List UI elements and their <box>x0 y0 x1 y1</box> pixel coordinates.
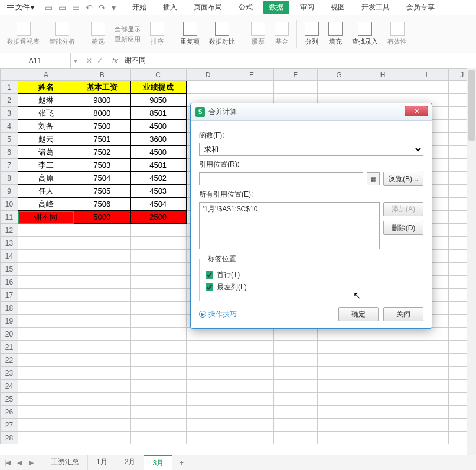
show-all[interactable]: 全部显示 <box>115 25 141 34</box>
file-menu[interactable]: 文件 ▾ <box>2 1 39 14</box>
cell[interactable] <box>74 328 130 341</box>
cell[interactable] <box>273 354 317 367</box>
cell[interactable] <box>130 289 186 302</box>
cell[interactable] <box>273 328 317 341</box>
cell[interactable] <box>18 250 74 263</box>
scroll-thumb[interactable] <box>468 70 475 141</box>
cell[interactable] <box>74 393 130 406</box>
cell[interactable] <box>405 328 448 341</box>
col-head-I[interactable]: I <box>405 69 448 81</box>
cell[interactable]: 张飞 <box>18 107 74 120</box>
cell[interactable] <box>361 354 405 367</box>
row-head[interactable]: 20 <box>1 328 18 341</box>
cell[interactable] <box>74 432 130 445</box>
add-button[interactable]: 添加(A) <box>383 202 423 216</box>
sheet-tab-2月[interactable]: 2月 <box>116 455 145 470</box>
cell[interactable]: 高原 <box>18 172 74 185</box>
cell[interactable]: 9800 <box>74 94 130 107</box>
save-icon[interactable]: ▭ <box>45 3 53 12</box>
cell[interactable] <box>186 354 230 367</box>
cell[interactable] <box>405 432 448 445</box>
cell[interactable] <box>317 81 361 94</box>
ribbon-dup[interactable]: 重复项 <box>177 22 203 46</box>
cell[interactable] <box>130 341 186 354</box>
cell[interactable]: 7502 <box>74 146 130 159</box>
row-head[interactable]: 26 <box>1 406 18 419</box>
cell[interactable] <box>18 289 74 302</box>
tab-会员专享[interactable]: 会员专享 <box>400 1 441 14</box>
cell[interactable] <box>317 354 361 367</box>
formula-content[interactable]: 谢不同 <box>121 56 149 66</box>
cell[interactable]: 任人 <box>18 185 74 198</box>
cell[interactable] <box>405 406 448 419</box>
cell[interactable] <box>130 406 186 419</box>
cell[interactable] <box>186 432 230 445</box>
col-head-H[interactable]: H <box>361 69 405 81</box>
cell[interactable] <box>18 380 74 393</box>
cell[interactable] <box>361 341 405 354</box>
cell[interactable] <box>186 341 230 354</box>
row-head[interactable]: 10 <box>1 198 18 211</box>
cell[interactable] <box>273 419 317 432</box>
cell[interactable] <box>130 224 186 237</box>
row-head[interactable]: 25 <box>1 393 18 406</box>
cell[interactable] <box>317 419 361 432</box>
cell[interactable] <box>230 341 273 354</box>
cell[interactable] <box>130 328 186 341</box>
cell[interactable] <box>18 354 74 367</box>
row-head[interactable]: 24 <box>1 380 18 393</box>
col-head-C[interactable]: C <box>130 69 186 81</box>
reapply[interactable]: 重新应用 <box>115 35 141 44</box>
ribbon-stock[interactable]: 股票 <box>247 22 269 46</box>
tab-开发工具[interactable]: 开发工具 <box>356 1 396 14</box>
cell[interactable]: 7505 <box>74 185 130 198</box>
cell[interactable]: 9850 <box>130 94 186 107</box>
add-sheet-button[interactable]: + <box>174 456 190 469</box>
cell[interactable] <box>230 81 273 94</box>
cell[interactable] <box>18 302 74 315</box>
cell[interactable] <box>361 432 405 445</box>
cell[interactable]: 谢不同 <box>18 211 74 224</box>
sheet-tab-1月[interactable]: 1月 <box>88 455 116 470</box>
cell[interactable] <box>361 81 405 94</box>
accept-icon[interactable]: ✓ <box>97 57 103 65</box>
cell[interactable] <box>186 380 230 393</box>
row-head[interactable]: 14 <box>1 250 18 263</box>
cell[interactable] <box>74 419 130 432</box>
cell[interactable] <box>18 419 74 432</box>
cell[interactable] <box>230 393 273 406</box>
reference-item[interactable]: '1月'!$A$1:$C$10 <box>203 204 376 214</box>
sheet-tab-工资汇总[interactable]: 工资汇总 <box>43 455 88 470</box>
cell[interactable] <box>130 419 186 432</box>
browse-button[interactable]: 浏览(B)... <box>383 172 423 186</box>
cell[interactable] <box>361 393 405 406</box>
ribbon-sort[interactable]: 排序 <box>146 22 168 46</box>
sheet-nav-prev[interactable]: ◀ <box>14 458 25 468</box>
ribbon-filter[interactable]: 筛选 <box>87 22 109 46</box>
row-head[interactable]: 1 <box>1 81 18 94</box>
row-head[interactable]: 17 <box>1 289 18 302</box>
col-head-D[interactable]: D <box>186 69 230 81</box>
row-head[interactable]: 4 <box>1 120 18 133</box>
row-head[interactable]: 13 <box>1 237 18 250</box>
cell[interactable]: 7503 <box>74 159 130 172</box>
cell[interactable] <box>273 393 317 406</box>
cell[interactable]: 7501 <box>74 133 130 146</box>
cell[interactable] <box>361 406 405 419</box>
cell[interactable]: 8501 <box>130 107 186 120</box>
cell[interactable]: 赵云 <box>18 133 74 146</box>
col-head-G[interactable]: G <box>317 69 361 81</box>
cell[interactable] <box>74 289 130 302</box>
row-head[interactable]: 9 <box>1 185 18 198</box>
cancel-icon[interactable]: ✕ <box>86 57 92 65</box>
ok-button[interactable]: 确定 <box>338 307 379 321</box>
ribbon-pivot[interactable]: 数据透视表 <box>4 22 43 46</box>
cell[interactable] <box>186 328 230 341</box>
tips-link[interactable]: ▶操作技巧 <box>199 309 237 319</box>
cell[interactable] <box>230 432 273 445</box>
cell[interactable] <box>18 341 74 354</box>
tab-数据[interactable]: 数据 <box>263 1 289 14</box>
cell[interactable] <box>130 354 186 367</box>
select-all-corner[interactable] <box>1 69 18 81</box>
cell[interactable]: 基本工资 <box>74 81 130 94</box>
